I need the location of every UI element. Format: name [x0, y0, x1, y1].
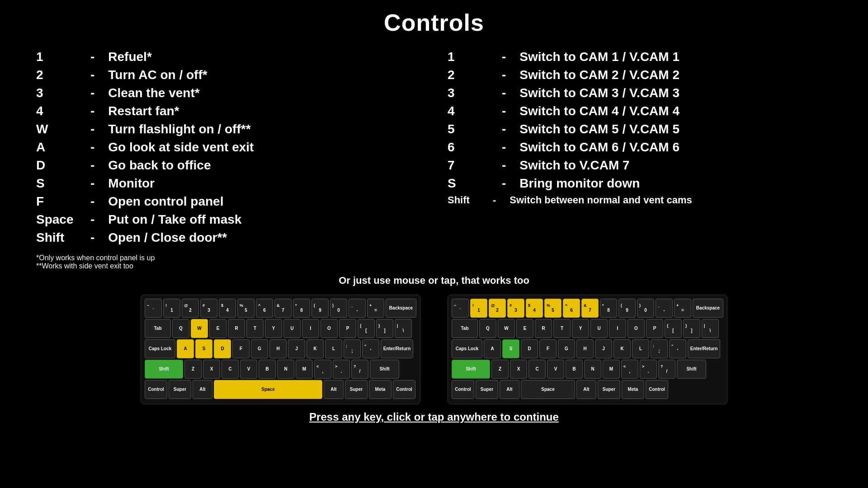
rkey-y: Y: [572, 319, 589, 338]
key-super-left: Super: [169, 380, 191, 399]
right-controls: 1 - Switch to CAM 1 / V.CAM 1 2 - Switch…: [420, 50, 832, 249]
key-j: J: [288, 339, 305, 358]
key-a: A: [177, 339, 194, 358]
key-2: @2: [182, 299, 199, 318]
key-q: Q: [172, 319, 189, 338]
key-w: W: [191, 319, 208, 338]
control-f: F - Open control panel: [36, 194, 420, 209]
key-meta: Meta: [369, 380, 392, 399]
rkey-o: O: [627, 319, 645, 338]
rcont-7: 7 - Switch to V.CAM 7: [448, 158, 832, 173]
key-shift-right: Shift: [370, 360, 399, 379]
rkey-shift-right: Shift: [677, 360, 706, 379]
key-plus: +=: [367, 299, 384, 318]
control-space: Space - Put on / Take off mask: [36, 212, 420, 227]
rkey-1: !1: [470, 299, 487, 318]
rkey-ctrl-right: Control: [646, 380, 668, 399]
rkey-7: &7: [581, 299, 599, 318]
key-0: )0: [330, 299, 347, 318]
key-caps-lock: Caps Lock: [145, 339, 175, 358]
rkey-d: D: [521, 339, 538, 358]
rkey-3: #3: [507, 299, 524, 318]
rkey-slash: ?/: [658, 360, 675, 379]
key-c: C: [222, 360, 239, 379]
rkey-h: H: [576, 339, 594, 358]
rkey-quote: "': [669, 339, 686, 358]
key-h: H: [269, 339, 287, 358]
key-space: Space: [214, 380, 322, 399]
key-period: >.: [333, 360, 350, 379]
key-ctrl-left: Control: [145, 380, 167, 399]
rkey-backslash: |\: [702, 319, 719, 338]
rkey-k: K: [613, 339, 631, 358]
press-continue[interactable]: Press any key, click or tap anywhere to …: [0, 411, 868, 423]
key-shift-left: Shift: [145, 360, 183, 379]
key-super-right: Super: [345, 380, 368, 399]
rkey-8: *8: [600, 299, 617, 318]
rkey-space: Space: [521, 380, 575, 399]
key-k: K: [307, 339, 324, 358]
rkey-tilde: ~`: [452, 299, 469, 318]
key-alt-right: Alt: [324, 380, 344, 399]
rkey-x: X: [510, 360, 527, 379]
key-comma: <,: [314, 360, 331, 379]
key-r: R: [228, 319, 245, 338]
key-s: S: [195, 339, 212, 358]
footnote-2: **Works with side vent exit too: [36, 262, 832, 270]
key-v: V: [240, 360, 257, 379]
rkey-ctrl-left: Control: [452, 380, 474, 399]
keyboard-right: ~` !1 @2 #3 $4 %5 ^6 &7 *8 (9 )0 _- += B…: [448, 295, 727, 404]
control-4: 4 - Restart fan*: [36, 104, 420, 118]
key-backspace: Backspace: [386, 299, 416, 318]
rkey-9: (9: [618, 299, 636, 318]
rkey-f: F: [539, 339, 557, 358]
rkey-backspace: Backspace: [693, 299, 723, 318]
key-tilde: ~`: [145, 299, 162, 318]
rkey-v: V: [547, 360, 564, 379]
control-s: S - Monitor: [36, 176, 420, 191]
keyboards-section: ~` !1 @2 #3 $4 %5 ^6 &7 *8 (9 )0 _- += B…: [0, 290, 868, 404]
control-2: 2 - Turn AC on / off*: [36, 68, 420, 82]
key-alt-left: Alt: [193, 380, 212, 399]
control-a: A - Go look at side vent exit: [36, 140, 420, 155]
key-z: Z: [184, 360, 202, 379]
rcont-s: S - Bring monitor down: [448, 176, 832, 191]
rkey-i: I: [609, 319, 626, 338]
control-shift: Shift - Open / Close door**: [36, 230, 420, 245]
key-rbracket: }]: [376, 319, 393, 338]
key-backslash: |\: [395, 319, 412, 338]
rkey-super-left: Super: [476, 380, 498, 399]
rkey-caps-lock: Caps Lock: [452, 339, 482, 358]
rkey-comma: <,: [621, 360, 638, 379]
rkey-z: Z: [491, 360, 509, 379]
key-g: G: [251, 339, 268, 358]
key-i: I: [302, 319, 319, 338]
rcont-4: 4 - Switch to CAM 4 / V.CAM 4: [448, 104, 832, 118]
key-semicolon: :;: [344, 339, 361, 358]
rkey-6: ^6: [563, 299, 580, 318]
rcont-5: 5 - Switch to CAM 5 / V.CAM 5: [448, 122, 832, 136]
rkey-rbracket: }]: [683, 319, 700, 338]
rkey-m: M: [603, 360, 620, 379]
rkey-r: R: [535, 319, 552, 338]
rkey-plus: +=: [674, 299, 691, 318]
key-9: (9: [311, 299, 329, 318]
rkey-l: L: [632, 339, 649, 358]
key-enter: Enter/Return: [381, 339, 413, 358]
key-u: U: [283, 319, 301, 338]
left-controls: 1 - Refuel* 2 - Turn AC on / off* 3 - Cl…: [36, 50, 420, 249]
key-t: T: [246, 319, 264, 338]
rkey-alt-left: Alt: [500, 380, 519, 399]
rkey-p: P: [646, 319, 663, 338]
key-1: !1: [163, 299, 180, 318]
rkey-tab: Tab: [452, 319, 478, 338]
rkey-e: E: [516, 319, 533, 338]
key-x: X: [203, 360, 220, 379]
footnotes: *Only works when control panel is up **W…: [0, 249, 868, 270]
key-5: %5: [237, 299, 255, 318]
rkey-shift-left: Shift: [452, 360, 490, 379]
rkey-enter: Enter/Return: [688, 339, 720, 358]
or-label: Or just use mouse or tap, that works too: [0, 275, 868, 286]
rkey-minus: _-: [656, 299, 673, 318]
rkey-4: $4: [526, 299, 543, 318]
